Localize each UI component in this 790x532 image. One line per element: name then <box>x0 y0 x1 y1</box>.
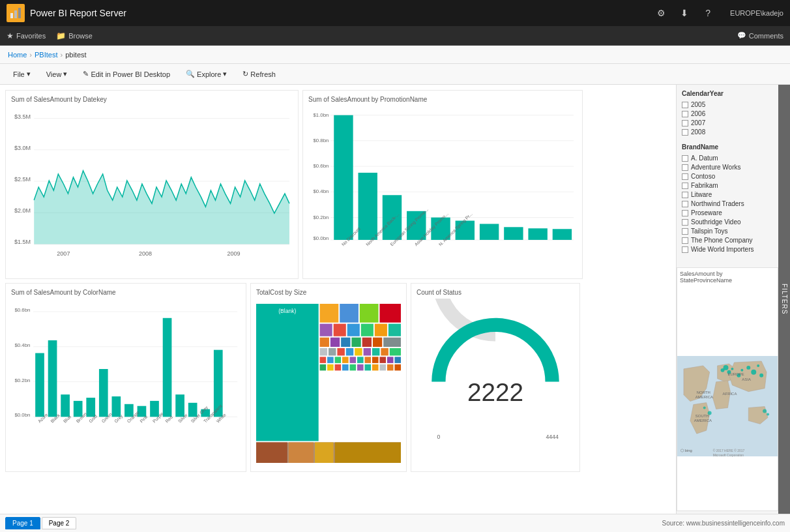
totalcost-size-chart[interactable]: TotalCost by Size (Blank) <box>250 283 407 472</box>
brand-phone-company-label: The Phone Company <box>691 237 753 244</box>
year-2005-checkbox[interactable] <box>682 102 688 108</box>
svg-rect-124 <box>394 357 401 363</box>
page-2-tab[interactable]: Page 2 <box>42 517 77 529</box>
brand-adventure-works-checkbox[interactable] <box>682 164 688 171</box>
breadcrumb-home[interactable]: Home <box>8 51 27 59</box>
brand-litware[interactable]: Litware <box>682 191 773 198</box>
brand-phone-company[interactable]: The Phone Company <box>682 237 773 244</box>
svg-rect-85 <box>256 304 319 441</box>
count-status-chart[interactable]: Count of Status 2222 0 4444 <box>411 283 580 472</box>
svg-rect-65 <box>163 318 172 417</box>
brand-northwind[interactable]: Northwind Traders <box>682 200 773 207</box>
svg-rect-120 <box>365 357 372 363</box>
svg-rect-110 <box>372 348 379 355</box>
comments-button[interactable]: 💬 Comments <box>737 31 783 40</box>
view-button[interactable]: View ▾ <box>41 68 73 80</box>
breadcrumb-sep1: › <box>29 51 32 59</box>
brand-fabrikam-checkbox[interactable] <box>682 183 688 189</box>
year-2008-checkbox[interactable] <box>682 129 688 136</box>
svg-text:2009: 2009 <box>227 250 241 257</box>
year-2007-label: 2007 <box>691 119 705 126</box>
svg-rect-127 <box>335 364 342 371</box>
sales-state-chart[interactable]: SalesAmount by StateProvinceName <box>677 267 778 511</box>
sales-promotion-chart[interactable]: Sum of SalesAmount by PromotionName $1.0… <box>302 90 583 279</box>
svg-marker-19 <box>34 171 289 244</box>
svg-text:$0.0bn: $0.0bn <box>14 412 30 418</box>
svg-rect-5 <box>18 8 21 18</box>
svg-text:$0.2bn: $0.2bn <box>313 214 329 220</box>
svg-rect-93 <box>347 324 360 336</box>
svg-text:$3.0M: $3.0M <box>14 145 31 151</box>
svg-rect-90 <box>379 304 401 323</box>
svg-text:$1.5M: $1.5M <box>14 239 31 245</box>
totalcost-size-title: TotalCost by Size <box>256 289 401 296</box>
svg-rect-131 <box>365 364 372 371</box>
browse-link[interactable]: 📁 Browse <box>56 31 93 40</box>
settings-icon[interactable]: ⚙ <box>654 7 667 20</box>
explore-chevron-icon: ▾ <box>223 70 227 78</box>
breadcrumb-pbitest[interactable]: PBItest <box>35 51 57 59</box>
brand-tailspin-checkbox[interactable] <box>682 228 688 235</box>
svg-rect-125 <box>320 364 327 371</box>
brand-phone-company-checkbox[interactable] <box>682 237 688 244</box>
svg-rect-101 <box>362 338 372 347</box>
breadcrumb-current: pbitest <box>65 51 86 59</box>
svg-rect-97 <box>320 338 329 347</box>
explore-button[interactable]: 🔍 Explore ▾ <box>181 68 232 80</box>
brand-contoso[interactable]: Contoso <box>682 173 773 180</box>
year-2007-checkbox[interactable] <box>682 120 688 126</box>
svg-text:AMERICA: AMERICA <box>695 395 713 399</box>
brand-litware-checkbox[interactable] <box>682 192 688 198</box>
sales-datekey-chart[interactable]: Sum of SalesAmount by Datekey $3.5M $3.0… <box>5 90 299 279</box>
svg-text:EUROPE: EUROPE <box>727 372 744 376</box>
brand-adventure-works[interactable]: Adventure Works <box>682 164 773 171</box>
svg-rect-133 <box>379 364 386 371</box>
calendar-year-filter: CalendarYear 2005 2006 2007 2008 <box>682 90 773 136</box>
refresh-icon: ↻ <box>242 70 248 78</box>
toolbar: File ▾ View ▾ ✎ Edit in Power BI Desktop… <box>0 64 790 85</box>
brand-proseware[interactable]: Proseware <box>682 209 773 216</box>
brand-tailspin[interactable]: Tailspin Toys <box>682 228 773 235</box>
brand-proseware-checkbox[interactable] <box>682 210 688 216</box>
svg-text:$0.4bn: $0.4bn <box>14 342 30 348</box>
svg-rect-128 <box>342 364 349 371</box>
year-2008[interactable]: 2008 <box>682 128 773 136</box>
refresh-button[interactable]: ↻ Refresh <box>237 68 281 80</box>
filters-sidebar: CalendarYear 2005 2006 2007 2008 BrandNa… <box>676 85 790 514</box>
edit-desktop-button[interactable]: ✎ Edit in Power BI Desktop <box>78 68 175 80</box>
brand-litware-label: Litware <box>691 191 712 198</box>
sales-state-title: SalesAmount by StateProvinceName <box>677 268 778 285</box>
sales-color-chart[interactable]: Sum of SalesAmount by ColorName $0.6bn $… <box>5 283 246 472</box>
refresh-label: Refresh <box>250 70 276 78</box>
svg-text:(Blank): (Blank) <box>278 308 296 314</box>
brand-contoso-checkbox[interactable] <box>682 173 688 180</box>
favorites-link[interactable]: ★ Favorites <box>7 31 46 40</box>
brand-northwind-checkbox[interactable] <box>682 201 688 207</box>
year-2006[interactable]: 2006 <box>682 110 773 117</box>
brand-a-datum-label: A. Datum <box>691 155 718 162</box>
year-2007[interactable]: 2007 <box>682 119 773 126</box>
svg-rect-137 <box>256 442 287 463</box>
page-1-tab[interactable]: Page 1 <box>5 517 40 529</box>
brand-wide-world-checkbox[interactable] <box>682 246 688 253</box>
svg-rect-100 <box>351 338 360 347</box>
year-2005-label: 2005 <box>691 101 705 108</box>
year-2005[interactable]: 2005 <box>682 101 773 108</box>
brand-a-datum[interactable]: A. Datum <box>682 155 773 162</box>
footer-source: Source: www.businessintelligenceinfo.com <box>662 520 785 527</box>
filters-tab[interactable]: Filters <box>778 85 790 514</box>
download-icon[interactable]: ⬇ <box>678 7 691 20</box>
breadcrumb-sep2: › <box>60 51 63 59</box>
brand-wide-world[interactable]: Wide World Importers <box>682 246 773 253</box>
brand-fabrikam[interactable]: Fabrikam <box>682 182 773 189</box>
brand-southridge[interactable]: Southridge Video <box>682 218 773 226</box>
file-button[interactable]: File ▾ <box>8 68 36 80</box>
app-logo: Power BI Report Server <box>7 4 654 22</box>
help-icon[interactable]: ? <box>701 7 714 20</box>
brand-a-datum-checkbox[interactable] <box>682 155 688 162</box>
year-2006-checkbox[interactable] <box>682 111 688 117</box>
brand-southridge-checkbox[interactable] <box>682 219 688 226</box>
brand-name-title: BrandName <box>682 143 773 151</box>
svg-text:4444: 4444 <box>546 434 559 440</box>
year-2008-label: 2008 <box>691 128 705 136</box>
